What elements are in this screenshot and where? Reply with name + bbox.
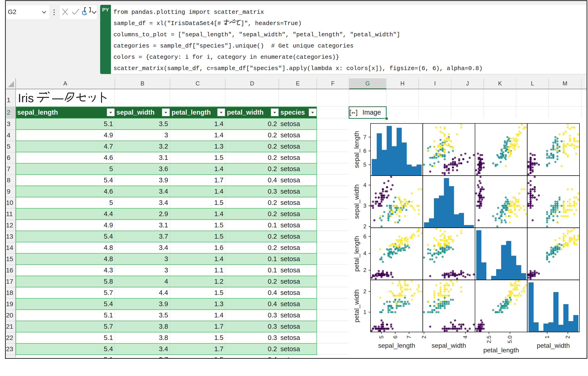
svg-text:5: 5 [363, 161, 366, 168]
svg-text:7: 7 [406, 335, 412, 339]
svg-text:6: 6 [363, 148, 366, 154]
svg-text:sepal_width: sepal_width [431, 342, 466, 349]
svg-text:4: 4 [462, 335, 468, 339]
svg-text:2: 2 [565, 335, 571, 339]
svg-text:6: 6 [363, 233, 366, 240]
svg-text:5: 5 [378, 335, 385, 339]
svg-text:petal_width: petal_width [353, 289, 360, 323]
svg-text:Iris: Iris [18, 91, 34, 105]
svg-text:2: 2 [363, 223, 366, 230]
svg-text:petal_length: petal_length [483, 346, 519, 354]
svg-text:1: 1 [363, 309, 366, 315]
svg-text:4: 4 [363, 250, 366, 256]
svg-text:sepal_width: sepal_width [353, 184, 360, 219]
svg-text:6: 6 [392, 335, 398, 339]
svg-text:3: 3 [363, 203, 366, 209]
svg-text:2: 2 [421, 335, 427, 339]
svg-text:7: 7 [363, 134, 366, 140]
svg-text:sepal_length: sepal_length [353, 131, 360, 168]
svg-text:sepal_length: sepal_length [378, 342, 415, 349]
svg-text:petal_length: petal_length [353, 236, 360, 272]
svg-text:1: 1 [544, 335, 550, 339]
svg-text:2.5: 2.5 [486, 335, 492, 343]
svg-text:5.0: 5.0 [507, 335, 513, 343]
svg-text:2: 2 [363, 288, 366, 294]
svg-text:4: 4 [363, 182, 366, 188]
svg-text:PY: PY [352, 112, 356, 114]
svg-text:petal_width: petal_width [537, 342, 570, 349]
svg-text:2: 2 [363, 267, 366, 273]
